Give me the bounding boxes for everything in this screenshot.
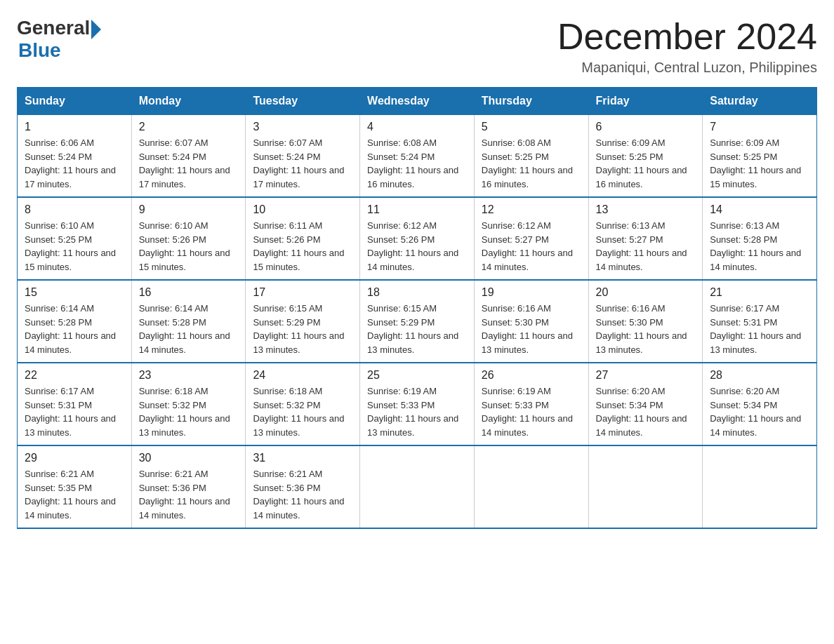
- calendar-cell: 29 Sunrise: 6:21 AMSunset: 5:35 PMDaylig…: [18, 445, 132, 528]
- calendar-cell: 15 Sunrise: 6:14 AMSunset: 5:28 PMDaylig…: [18, 280, 132, 363]
- calendar-cell: 3 Sunrise: 6:07 AMSunset: 5:24 PMDayligh…: [246, 115, 360, 198]
- day-info: Sunrise: 6:21 AMSunset: 5:35 PMDaylight:…: [25, 467, 124, 522]
- day-info: Sunrise: 6:07 AMSunset: 5:24 PMDaylight:…: [253, 136, 352, 191]
- day-info: Sunrise: 6:21 AMSunset: 5:36 PMDaylight:…: [253, 467, 352, 522]
- weekday-header-wednesday: Wednesday: [360, 88, 475, 115]
- location-text: Mapaniqui, Central Luzon, Philippines: [557, 60, 817, 76]
- day-info: Sunrise: 6:20 AMSunset: 5:34 PMDaylight:…: [710, 384, 809, 439]
- calendar-cell: 10 Sunrise: 6:11 AMSunset: 5:26 PMDaylig…: [246, 197, 360, 280]
- calendar-cell: 4 Sunrise: 6:08 AMSunset: 5:24 PMDayligh…: [360, 115, 475, 198]
- calendar-cell: 1 Sunrise: 6:06 AMSunset: 5:24 PMDayligh…: [18, 115, 132, 198]
- day-info: Sunrise: 6:08 AMSunset: 5:24 PMDaylight:…: [367, 136, 467, 191]
- day-number: 18: [367, 286, 467, 299]
- calendar-cell: 17 Sunrise: 6:15 AMSunset: 5:29 PMDaylig…: [246, 280, 360, 363]
- day-number: 1: [25, 121, 124, 133]
- calendar-table: SundayMondayTuesdayWednesdayThursdayFrid…: [17, 87, 817, 529]
- calendar-cell: 9 Sunrise: 6:10 AMSunset: 5:26 PMDayligh…: [131, 197, 246, 280]
- logo-general-text: General: [17, 17, 90, 39]
- calendar-cell: 8 Sunrise: 6:10 AMSunset: 5:25 PMDayligh…: [18, 197, 132, 280]
- day-info: Sunrise: 6:17 AMSunset: 5:31 PMDaylight:…: [25, 384, 124, 439]
- day-info: Sunrise: 6:15 AMSunset: 5:29 PMDaylight:…: [253, 302, 352, 356]
- page-header: General Blue December 2024 Mapaniqui, Ce…: [17, 17, 817, 76]
- calendar-cell: 11 Sunrise: 6:12 AMSunset: 5:26 PMDaylig…: [360, 197, 475, 280]
- weekday-header-row: SundayMondayTuesdayWednesdayThursdayFrid…: [18, 88, 817, 115]
- day-number: 2: [139, 121, 239, 133]
- calendar-cell: [474, 445, 588, 528]
- day-number: 10: [253, 203, 352, 216]
- calendar-cell: 7 Sunrise: 6:09 AMSunset: 5:25 PMDayligh…: [703, 115, 817, 198]
- day-info: Sunrise: 6:10 AMSunset: 5:26 PMDaylight:…: [139, 219, 239, 274]
- day-info: Sunrise: 6:12 AMSunset: 5:26 PMDaylight:…: [367, 219, 467, 274]
- day-number: 20: [596, 286, 696, 299]
- day-number: 11: [367, 203, 467, 216]
- day-number: 3: [253, 121, 352, 133]
- day-info: Sunrise: 6:13 AMSunset: 5:28 PMDaylight:…: [710, 219, 809, 274]
- day-info: Sunrise: 6:16 AMSunset: 5:30 PMDaylight:…: [482, 302, 581, 356]
- calendar-cell: 28 Sunrise: 6:20 AMSunset: 5:34 PMDaylig…: [703, 363, 817, 445]
- day-number: 9: [139, 203, 239, 216]
- day-number: 26: [482, 369, 581, 382]
- day-number: 13: [596, 203, 696, 216]
- day-number: 30: [139, 452, 239, 464]
- calendar-cell: 12 Sunrise: 6:12 AMSunset: 5:27 PMDaylig…: [474, 197, 588, 280]
- day-info: Sunrise: 6:12 AMSunset: 5:27 PMDaylight:…: [482, 219, 581, 274]
- day-info: Sunrise: 6:09 AMSunset: 5:25 PMDaylight:…: [710, 136, 809, 191]
- weekday-header-sunday: Sunday: [18, 88, 132, 115]
- calendar-cell: 24 Sunrise: 6:18 AMSunset: 5:32 PMDaylig…: [246, 363, 360, 445]
- day-number: 16: [139, 286, 239, 299]
- day-number: 29: [25, 452, 124, 464]
- day-info: Sunrise: 6:16 AMSunset: 5:30 PMDaylight:…: [596, 302, 696, 356]
- calendar-body: 1 Sunrise: 6:06 AMSunset: 5:24 PMDayligh…: [18, 115, 817, 529]
- calendar-cell: 23 Sunrise: 6:18 AMSunset: 5:32 PMDaylig…: [131, 363, 246, 445]
- day-number: 23: [139, 369, 239, 382]
- calendar-cell: 30 Sunrise: 6:21 AMSunset: 5:36 PMDaylig…: [131, 445, 246, 528]
- calendar-cell: 25 Sunrise: 6:19 AMSunset: 5:33 PMDaylig…: [360, 363, 475, 445]
- day-info: Sunrise: 6:19 AMSunset: 5:33 PMDaylight:…: [482, 384, 581, 439]
- day-info: Sunrise: 6:13 AMSunset: 5:27 PMDaylight:…: [596, 219, 696, 274]
- day-number: 17: [253, 286, 352, 299]
- title-block: December 2024 Mapaniqui, Central Luzon, …: [557, 17, 817, 76]
- calendar-week-3: 15 Sunrise: 6:14 AMSunset: 5:28 PMDaylig…: [18, 280, 817, 363]
- day-info: Sunrise: 6:21 AMSunset: 5:36 PMDaylight:…: [139, 467, 239, 522]
- calendar-cell: [360, 445, 475, 528]
- day-info: Sunrise: 6:11 AMSunset: 5:26 PMDaylight:…: [253, 219, 352, 274]
- weekday-header-saturday: Saturday: [703, 88, 817, 115]
- day-info: Sunrise: 6:10 AMSunset: 5:25 PMDaylight:…: [25, 219, 124, 274]
- day-info: Sunrise: 6:18 AMSunset: 5:32 PMDaylight:…: [139, 384, 239, 439]
- day-number: 24: [253, 369, 352, 382]
- calendar-cell: [588, 445, 703, 528]
- day-info: Sunrise: 6:19 AMSunset: 5:33 PMDaylight:…: [367, 384, 467, 439]
- day-number: 7: [710, 121, 809, 133]
- calendar-cell: 5 Sunrise: 6:08 AMSunset: 5:25 PMDayligh…: [474, 115, 588, 198]
- day-number: 8: [25, 203, 124, 216]
- calendar-cell: 14 Sunrise: 6:13 AMSunset: 5:28 PMDaylig…: [703, 197, 817, 280]
- calendar-cell: 18 Sunrise: 6:15 AMSunset: 5:29 PMDaylig…: [360, 280, 475, 363]
- day-info: Sunrise: 6:17 AMSunset: 5:31 PMDaylight:…: [710, 302, 809, 356]
- day-info: Sunrise: 6:06 AMSunset: 5:24 PMDaylight:…: [25, 136, 124, 191]
- day-info: Sunrise: 6:07 AMSunset: 5:24 PMDaylight:…: [139, 136, 239, 191]
- day-number: 12: [482, 203, 581, 216]
- logo: General Blue: [17, 17, 101, 62]
- calendar-cell: 26 Sunrise: 6:19 AMSunset: 5:33 PMDaylig…: [474, 363, 588, 445]
- calendar-header: SundayMondayTuesdayWednesdayThursdayFrid…: [18, 88, 817, 115]
- day-number: 19: [482, 286, 581, 299]
- day-number: 6: [596, 121, 696, 133]
- calendar-cell: 13 Sunrise: 6:13 AMSunset: 5:27 PMDaylig…: [588, 197, 703, 280]
- calendar-week-4: 22 Sunrise: 6:17 AMSunset: 5:31 PMDaylig…: [18, 363, 817, 445]
- day-info: Sunrise: 6:08 AMSunset: 5:25 PMDaylight:…: [482, 136, 581, 191]
- weekday-header-tuesday: Tuesday: [246, 88, 360, 115]
- calendar-cell: 6 Sunrise: 6:09 AMSunset: 5:25 PMDayligh…: [588, 115, 703, 198]
- weekday-header-monday: Monday: [131, 88, 246, 115]
- calendar-cell: 21 Sunrise: 6:17 AMSunset: 5:31 PMDaylig…: [703, 280, 817, 363]
- day-number: 22: [25, 369, 124, 382]
- logo-blue-text: Blue: [18, 39, 61, 62]
- day-number: 14: [710, 203, 809, 216]
- calendar-cell: 27 Sunrise: 6:20 AMSunset: 5:34 PMDaylig…: [588, 363, 703, 445]
- calendar-cell: 16 Sunrise: 6:14 AMSunset: 5:28 PMDaylig…: [131, 280, 246, 363]
- day-info: Sunrise: 6:14 AMSunset: 5:28 PMDaylight:…: [139, 302, 239, 356]
- day-number: 25: [367, 369, 467, 382]
- calendar-cell: 22 Sunrise: 6:17 AMSunset: 5:31 PMDaylig…: [18, 363, 132, 445]
- day-number: 21: [710, 286, 809, 299]
- calendar-cell: 19 Sunrise: 6:16 AMSunset: 5:30 PMDaylig…: [474, 280, 588, 363]
- day-info: Sunrise: 6:20 AMSunset: 5:34 PMDaylight:…: [596, 384, 696, 439]
